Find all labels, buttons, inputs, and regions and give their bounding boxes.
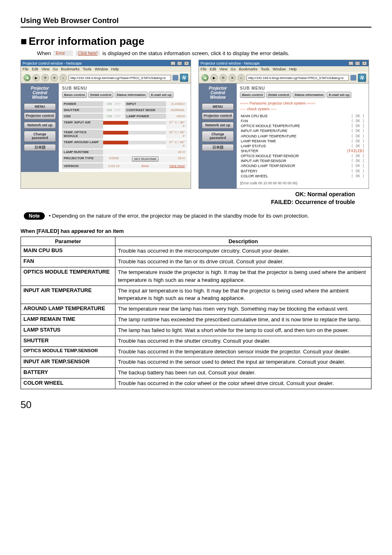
param-name: OPTICS MODULE TEMPERATURE: [21, 267, 115, 286]
legend: OK: Normal operation FAILED: Occurrence …: [21, 190, 355, 207]
sidebar-item-japanese[interactable]: 日本語: [202, 144, 234, 151]
check-item-status: [ OK ]: [351, 114, 364, 118]
forward-icon[interactable]: ▶: [32, 74, 40, 81]
menu-bookmarks[interactable]: Bookmarks: [61, 67, 79, 71]
menu-edit[interactable]: Edit: [210, 67, 217, 71]
sidebar-item-japanese[interactable]: 日本語: [24, 144, 56, 151]
sidebar-item-projector-control[interactable]: Projector control: [24, 112, 56, 119]
home-icon[interactable]: ⌂: [238, 74, 245, 81]
sidebar-item-menu[interactable]: MENU: [202, 103, 234, 110]
maximize-icon[interactable]: □: [355, 61, 360, 65]
tab-basic-control[interactable]: Basic control: [62, 92, 87, 98]
status-label: CONTRAST MODE: [125, 107, 166, 113]
version-label: VERSION: [62, 163, 103, 169]
window-buttons[interactable]: _ □ ×: [170, 61, 189, 65]
check-item-status: [ OK ]: [351, 134, 364, 139]
menu-tools[interactable]: Tools: [83, 67, 91, 71]
col-description: Description: [115, 237, 371, 246]
menubar[interactable]: File Edit View Go Bookmarks Tools Window…: [199, 66, 369, 72]
tab-basic-control[interactable]: Basic control: [240, 92, 265, 98]
status-grid: POWERONOFFINPUTS-VIDEOSHUTTERONOFFCONTRA…: [62, 101, 187, 169]
table-row: OPTICS MODULE TEMP.SENSORTrouble has occ…: [21, 346, 371, 357]
sidebar-item-network-setup[interactable]: Network set up: [24, 122, 56, 129]
menu-edit[interactable]: Edit: [32, 67, 39, 71]
menubar[interactable]: File Edit View Go Bookmarks Tools Window…: [21, 66, 191, 72]
go-button[interactable]: [173, 75, 178, 81]
sidebar-heading: Projector Control Window: [31, 86, 49, 100]
check-item-status: [ OK ]: [351, 153, 364, 158]
tab-email-setup[interactable]: E-mail set up: [327, 92, 351, 98]
minimize-icon[interactable]: _: [171, 61, 175, 65]
url-field[interactable]: http://192.168.0.8/cgi-bin/main.cgi?base…: [247, 75, 349, 81]
legend-ok: OK: Normal operation: [21, 190, 355, 199]
toolbar: ◀ ▶ ⟳ ✕ ⌂ http://192.168.0.8/cgi-bin/mai…: [199, 72, 369, 84]
click-here-link[interactable]: Click here!: [166, 163, 188, 169]
check-item-name: AROUND LAMP TEMP.SENSOR: [241, 163, 295, 168]
click-here-badge[interactable]: Click here!: [76, 51, 100, 56]
check-row: AROUND LAMP TEMPERATURE[ OK ]: [240, 134, 365, 139]
menu-go[interactable]: Go: [53, 67, 58, 71]
menu-window[interactable]: Window: [272, 67, 286, 71]
param-description: The backup battery has been run out. Con…: [115, 368, 371, 379]
menu-file[interactable]: File: [23, 67, 29, 71]
menu-tools[interactable]: Tools: [261, 67, 269, 71]
sub-menu-label: SUB MENU: [62, 86, 187, 91]
maximize-icon[interactable]: □: [177, 61, 182, 65]
check-item-status: [ OK ]: [351, 123, 364, 128]
menu-window[interactable]: Window: [95, 67, 108, 71]
lamp-runtime-label: LAMP RUNTIME: [62, 149, 103, 155]
sidebar-item-network-setup[interactable]: Network set up: [202, 122, 234, 129]
window-title: Projector control window - Netscape: [23, 61, 82, 65]
page-title-text: Error information page: [29, 35, 145, 47]
param-name: OPTICS MODULE TEMP.SENSOR: [21, 346, 115, 357]
forward-icon[interactable]: ▶: [210, 74, 218, 81]
back-icon[interactable]: ◀: [23, 74, 31, 81]
url-field[interactable]: http://192.168.0.8/cgi-bin/main.cgi?base…: [69, 75, 171, 81]
tab-status-information[interactable]: Status information: [115, 92, 148, 98]
window-buttons[interactable]: _ □ ×: [348, 61, 367, 65]
note-chip: Note: [24, 212, 45, 220]
stop-icon[interactable]: ✕: [228, 74, 236, 81]
check-row: MAIN CPU BUS[ OK ]: [240, 114, 365, 118]
menu-file[interactable]: File: [201, 67, 207, 71]
page-title: Error information page: [21, 35, 371, 48]
error-code: (Error code 00 10 00 00 00 00 00 00): [240, 181, 365, 185]
sidebar-item-change-password[interactable]: Change password: [202, 131, 234, 142]
tab-status-information[interactable]: Status information: [293, 92, 326, 98]
stop-icon[interactable]: ✕: [51, 74, 58, 81]
go-button[interactable]: [350, 75, 356, 81]
check-heading: ==== Panasonic projector check system ==…: [240, 101, 365, 105]
sidebar-item-projector-control[interactable]: Projector control: [202, 112, 234, 119]
back-icon[interactable]: ◀: [201, 74, 209, 81]
menu-help[interactable]: Help: [111, 67, 119, 71]
close-icon[interactable]: ×: [184, 61, 189, 65]
minimize-icon[interactable]: _: [348, 61, 353, 65]
menu-view[interactable]: View: [42, 67, 49, 71]
browser-window-error: Projector control window - Netscape _ □ …: [198, 60, 369, 189]
sidebar-item-change-password[interactable]: Change password: [24, 131, 56, 142]
tab-email-setup[interactable]: E-mail set up: [149, 92, 173, 98]
tab-detail-control[interactable]: Detail control: [88, 92, 113, 98]
table-row: INPUT AIR TEMPERATUREThe input air tempe…: [21, 286, 371, 304]
window-titlebar: Projector control window - Netscape _ □ …: [199, 60, 369, 66]
menu-help[interactable]: Help: [289, 67, 297, 71]
reload-icon[interactable]: ⟳: [42, 74, 49, 81]
temp-label: TEMP. AROUND LAMP: [62, 139, 103, 149]
set-runtime-button[interactable]: SET RUNTIME: [125, 156, 166, 163]
param-name: LAMP REMAIN TIME: [21, 315, 115, 325]
section-header: Using Web Browser Control: [21, 16, 371, 28]
check-item-status: [ OK ]: [351, 118, 364, 123]
check-row: FAN[ OK ]: [240, 118, 365, 123]
check-item-status: [ OK ]: [351, 174, 364, 179]
close-icon[interactable]: ×: [362, 61, 367, 65]
menu-bookmarks[interactable]: Bookmarks: [239, 67, 257, 71]
menu-view[interactable]: View: [219, 67, 227, 71]
status-value: HIGH: [166, 114, 188, 119]
reload-icon[interactable]: ⟳: [219, 74, 227, 81]
menu-go[interactable]: Go: [231, 67, 235, 71]
home-icon[interactable]: ⌂: [60, 74, 67, 81]
table-row: COLOR WHEELTrouble has occurred in the c…: [21, 379, 371, 389]
check-item-name: LAMP STATUS: [241, 144, 266, 149]
tab-detail-control[interactable]: Detail control: [266, 92, 291, 98]
sidebar-item-menu[interactable]: MENU: [24, 103, 56, 110]
